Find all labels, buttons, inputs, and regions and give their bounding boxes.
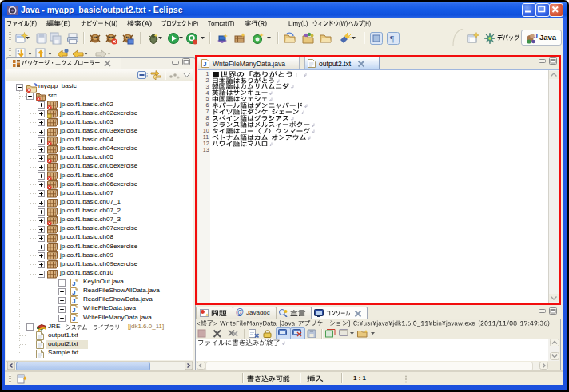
svg-text:J: J — [72, 280, 75, 287]
svg-text:¶: ¶ — [390, 34, 394, 43]
svg-text:J: J — [72, 289, 75, 296]
svg-text:J: J — [203, 61, 206, 68]
svg-text:J: J — [72, 315, 75, 323]
svg-text:J: J — [72, 307, 75, 314]
svg-text:J: J — [72, 298, 75, 305]
svg-text:J: J — [534, 32, 538, 40]
